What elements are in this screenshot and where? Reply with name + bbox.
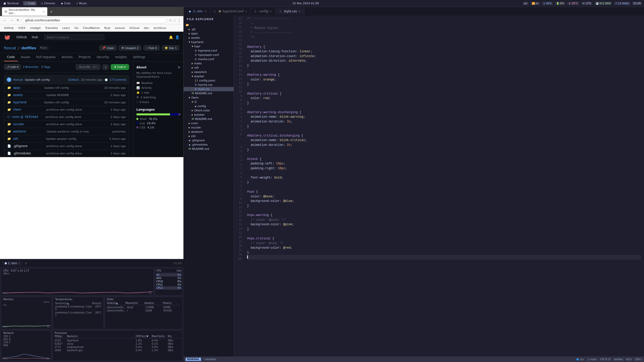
editor-tab-config[interactable]: 2. config ✕	[251, 8, 276, 15]
address-input[interactable]	[22, 17, 167, 23]
unpin-button[interactable]: 📌 Unpin	[99, 45, 117, 51]
reload-button[interactable]: ↻	[16, 18, 20, 23]
new-tab-button[interactable]: +	[49, 9, 54, 14]
fe-item-vscode[interactable]: ▸ vscode	[184, 125, 234, 130]
file-row-hyprland[interactable]: 📁 hyprland Update rofi config 16 minutes…	[4, 99, 129, 106]
fe-item-i3[interactable]: ▾ i3	[184, 100, 234, 104]
fe-item-hyprland-conf[interactable]: ⚙ hyprland.conf	[184, 49, 234, 53]
bm-cloudnative[interactable]: CloudNative	[81, 26, 102, 30]
fork-button[interactable]: ⑂ Fork 0	[143, 45, 160, 51]
fe-item-i3wm[interactable]: ▾ i3wm	[184, 96, 234, 100]
tab-close-icon[interactable]: ✕	[43, 10, 45, 13]
fe-item-nvim[interactable]: ▸ nvim	[184, 121, 234, 125]
term-tab-btm[interactable]: ⬢ 1: btm ✕	[2, 261, 22, 266]
fe-item-i3-config[interactable]: ▪ config	[184, 104, 234, 108]
file-row-assets[interactable]: 📁 assets Update README 2 days ago	[4, 92, 129, 99]
stars-link[interactable]: ⭐ 1 star	[136, 91, 180, 94]
file-row-apps[interactable]: 📁 apps Update rofi config 16 minutes ago	[4, 84, 129, 92]
gear-icon[interactable]: ⚙	[178, 66, 180, 69]
gh-nav-github[interactable]: GitHub	[14, 34, 29, 40]
cpu-row-all[interactable]: All 5%	[156, 273, 181, 277]
add-file-button[interactable]: +	[102, 64, 108, 70]
repo-nav-issues[interactable]: Issues	[18, 53, 33, 61]
repo-nav-pr[interactable]: Pull requests	[33, 53, 59, 61]
tab1-close-icon[interactable]: ✕	[245, 10, 247, 13]
fe-item-gitignore[interactable]: ▪ .gitignore	[184, 138, 234, 143]
editor-tab-hyprland[interactable]: 1. ⚙ hyprland.conf ✕	[210, 8, 251, 15]
new-term-button[interactable]: +	[23, 261, 28, 266]
bm-v2ex[interactable]: V2EX	[16, 26, 27, 30]
bm-ucloud[interactable]: UCloud	[127, 26, 141, 30]
tab3-close-icon[interactable]: ✕	[298, 10, 300, 13]
fe-item-assets[interactable]: ▸ assets	[184, 36, 234, 40]
fe-item-polybar[interactable]: ▸ polybar	[184, 113, 234, 117]
fe-item-hyprpaper[interactable]: ⚙ hyprpaper.conf	[184, 53, 234, 57]
repo-nav-insights[interactable]: Insights	[112, 53, 130, 61]
fe-item-readme-i3[interactable]: M README.md	[184, 117, 234, 121]
forks-link[interactable]: ⑂ 0 forks	[136, 101, 180, 104]
workspace-2[interactable]: ✓ Code	[23, 1, 36, 6]
proc-row-3[interactable]: 2894 wezterm-gui 0.4% 1.3% 0B/s	[55, 349, 180, 352]
commit-hash[interactable]: b34be3	[68, 78, 79, 81]
vim-new-tab[interactable]: +	[205, 10, 207, 13]
unwatch-button[interactable]: 👁 Unwatch 2	[119, 45, 141, 51]
workspace-3[interactable]: ○ Chrome	[39, 1, 57, 6]
fe-item-hypr[interactable]: ▾ hypr	[184, 44, 234, 49]
fe-item-wezterm[interactable]: ▸ wezterm	[184, 130, 234, 134]
workspace-7[interactable]: ♪ Music	[75, 1, 89, 6]
code-button[interactable]: ⬇ Code ▾	[111, 64, 129, 70]
fe-item-readme-root[interactable]: M README.md	[184, 147, 234, 151]
settings-button[interactable]: ⋮	[177, 18, 181, 23]
cpu-row-1[interactable]: CPU1 4%	[156, 283, 181, 286]
branches-link[interactable]: 2 Branches	[23, 65, 38, 69]
commit-message[interactable]: Update rofi config	[25, 78, 50, 81]
fe-item-zsh[interactable]: ▸ zsh	[184, 134, 234, 138]
tags-link[interactable]: 0 Tags	[42, 65, 50, 69]
bm-github[interactable]: GitHub	[2, 26, 16, 30]
fe-item-readme-hypr[interactable]: M README.md	[184, 91, 234, 96]
file-row-gitignore[interactable]: 📄 .gitignore archlinux wm config done 2 …	[4, 143, 129, 150]
activity-link[interactable]: 📊 Activity	[136, 86, 180, 89]
repo-owner[interactable]: fioncat	[4, 46, 16, 50]
fe-item-rofi[interactable]: ▸ rofi	[184, 66, 234, 70]
bm-leisure[interactable]: Leisure	[113, 26, 127, 30]
forward-button[interactable]: →	[9, 18, 14, 23]
fe-item-swaylock[interactable]: ▸ swaylock	[184, 70, 234, 74]
fe-item-gitmodules[interactable]: ▪ .gitmodules	[184, 143, 234, 147]
commits-link[interactable]: 17 Commits	[110, 78, 126, 81]
proc-row-1[interactable]: 52627 slurp 1.2% 0.1% 0B/s	[55, 342, 180, 345]
file-row-nvim[interactable]: ⬡ nvim @ 783544d archlinux wm config don…	[4, 113, 129, 121]
repo-nav-code[interactable]: Code	[4, 53, 18, 61]
repo-nav-actions[interactable]: Actions	[59, 53, 76, 61]
workspace-6[interactable]: ◆ Chat	[59, 1, 72, 6]
gh-nav-hub[interactable]: Hub	[30, 34, 40, 40]
cpu-row-avg[interactable]: AVG 5%	[156, 277, 181, 280]
commit-user[interactable]: fioncat	[13, 78, 23, 81]
file-row-gitmodules[interactable]: 📄 .gitmodules archlinux wm config done 2…	[4, 150, 129, 157]
bm-rust[interactable]: Rust	[102, 26, 112, 30]
cpu-row-2[interactable]: CPU2 6%	[156, 286, 181, 290]
file-row-wezterm[interactable]: 📁 wezterm Update wezterm config in mac y…	[4, 128, 129, 135]
fe-item-config-jsonc[interactable]: {} config.jsonc	[184, 78, 234, 83]
proc-row-0[interactable]: 2152 Hyprland 1.8% 0.4% 0B/s	[55, 339, 180, 342]
file-row-zsh[interactable]: 📁 zsh Update waybar config 5 hours ago	[4, 135, 129, 143]
file-row-vscode[interactable]: 📁 vscode archlinux wm config done 2 days…	[4, 121, 129, 128]
bm-archlinux[interactable]: archlinux	[151, 26, 168, 30]
bm-chatgpt[interactable]: chatgpt	[28, 26, 43, 30]
back-button[interactable]: ←	[2, 18, 7, 23]
editor-tab-style[interactable]: 3. style.css ✕	[276, 8, 304, 15]
download-button[interactable]: ↓	[174, 18, 176, 23]
gh-avatar[interactable]: 👤	[175, 35, 179, 39]
browser-tab-active[interactable]: 🐱 fioncat/dotfiles: My dot... ✕	[2, 7, 47, 16]
fe-item-dotdot[interactable]: 📂 ..	[184, 23, 234, 27]
branch-selector[interactable]: ⎇ main ▾	[4, 64, 21, 70]
cpu-row-0[interactable]: CPU0 8%	[156, 280, 181, 283]
repo-nav-projects[interactable]: Projects	[76, 53, 94, 61]
tab2-close-icon[interactable]: ✕	[270, 10, 272, 13]
code-content[interactable]: /* --------------------- -- * Module sty…	[244, 16, 644, 356]
fe-item-mako[interactable]: ▸ mako	[184, 61, 234, 66]
bm-go[interactable]: Go	[72, 26, 80, 30]
repo-nav-security[interactable]: Security	[94, 53, 112, 61]
proc-row-2[interactable]: 2771 yesplaymusic 0.4% 0.9% 0B/s	[55, 345, 180, 349]
fe-item-hyprland[interactable]: ▾ hyprland	[184, 40, 234, 44]
